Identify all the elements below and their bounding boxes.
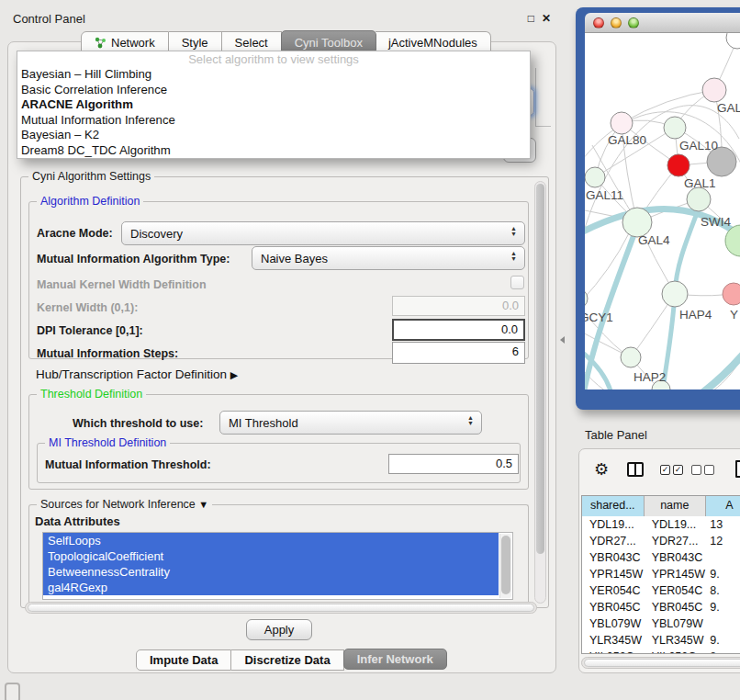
table-row[interactable]: YBR045CYBR045C9. <box>582 599 740 615</box>
control-panel: Control Panel □ ✕ Network Style <box>4 7 558 675</box>
table-row[interactable]: YBR043CYBR043C <box>582 549 740 566</box>
checkbox-empty-icon[interactable] <box>691 465 701 475</box>
algorithm-option[interactable]: Bayesian – K2 <box>17 128 530 143</box>
minimize-window-icon[interactable] <box>611 17 622 28</box>
node-table: shared...nameA YDL19...YDL19...13YDR27..… <box>581 495 740 654</box>
aracne-mode-label: Aracne Mode: <box>37 227 113 240</box>
network-window-titlebar[interactable] <box>585 13 740 33</box>
document-icon[interactable] <box>735 460 740 478</box>
network-node-label: HAP4 <box>679 308 712 322</box>
algorithm-option[interactable]: Bayesian – Hill Climbing <box>17 67 530 83</box>
attribute-item-selected[interactable]: BetweennessCentrality <box>43 564 499 580</box>
network-node[interactable] <box>726 33 740 49</box>
network-node[interactable] <box>702 78 726 102</box>
table-row[interactable]: YPR145WYPR145W9. <box>582 566 740 582</box>
close-window-icon[interactable] <box>593 17 604 28</box>
table-row[interactable]: YBL079WYBL079W <box>582 615 740 632</box>
network-node[interactable] <box>687 187 711 211</box>
checkbox-empty-icon[interactable] <box>704 465 714 475</box>
column-header[interactable]: shared... <box>582 496 645 516</box>
tab-infer-network[interactable]: Infer Network <box>343 649 447 670</box>
algorithm-option[interactable]: ARACNE Algorithm <box>17 97 530 113</box>
kernel-width-field[interactable]: 0.0 <box>392 296 525 316</box>
split-pane-handle[interactable] <box>560 336 565 344</box>
tab-label: jActiveMNodules <box>388 36 477 50</box>
tab-discretize-data[interactable]: Discretize Data <box>231 649 343 671</box>
docked-panel-icon[interactable] <box>5 683 20 700</box>
table-cell: YDR27... <box>582 533 645 549</box>
checkbox-checked-icon[interactable]: ✓ <box>673 465 683 475</box>
expanded-arrow-icon[interactable]: ▼ <box>198 499 208 510</box>
hub-section-toggle[interactable]: Hub/Transcription Factor Definition ▶ <box>36 367 238 381</box>
dpi-tolerance-field[interactable]: 0.0 <box>392 319 525 341</box>
network-node[interactable] <box>667 154 690 176</box>
table-toolbar: ⚙ ✓ ✓ <box>579 458 740 484</box>
table-row[interactable]: YER054CYER054C8. <box>582 582 740 599</box>
table-row[interactable]: YIL052CYIL052C8 <box>582 649 740 654</box>
algorithm-option[interactable]: Dream8 DC_TDC Algorithm <box>17 143 530 159</box>
network-node[interactable] <box>621 347 641 367</box>
attribute-item-selected[interactable]: gal4RGexp <box>43 580 499 595</box>
dpi-tolerance-label: DPI Tolerance [0,1]: <box>37 324 143 337</box>
zoom-window-icon[interactable] <box>628 17 639 28</box>
table-cell: YBL079W <box>582 615 645 632</box>
scrollbar-thumb[interactable] <box>501 536 510 594</box>
table-row[interactable]: YLR345WYLR345W9. <box>582 632 740 649</box>
column-header[interactable]: A <box>706 496 740 516</box>
network-node[interactable] <box>585 288 588 309</box>
mi-threshold-field[interactable]: 0.5 <box>388 454 519 474</box>
network-node-label: GCY1 <box>585 310 613 324</box>
settings-horizontal-scrollbar[interactable] <box>25 602 537 614</box>
network-node-label: Y <box>730 308 738 322</box>
algorithm-definition-title: Algorithm Definition <box>40 195 140 208</box>
collapsed-arrow-icon: ▶ <box>230 369 238 380</box>
table-cell <box>706 549 740 566</box>
mi-type-combobox[interactable]: Naive Bayes ▲▼ <box>252 246 525 270</box>
scrollbar-thumb[interactable] <box>536 184 544 554</box>
network-node[interactable] <box>662 281 688 307</box>
attribute-item-selected[interactable]: TopologicalCoefficient <box>43 548 499 564</box>
network-node-label: GAL7 <box>717 101 740 115</box>
network-node[interactable] <box>664 117 686 139</box>
tab-label: Network <box>111 36 155 50</box>
columns-icon[interactable] <box>627 462 644 477</box>
algorithm-option[interactable]: Mutual Information Inference <box>17 113 530 129</box>
network-node[interactable] <box>723 283 740 305</box>
attribute-item-selected[interactable]: SelfLoops <box>43 533 499 548</box>
network-canvas[interactable]: GAL7GAL80GAL10GAL1GAL11SWI4GAL4HAP4YGCY1… <box>585 33 740 390</box>
tab-impute-data[interactable]: Impute Data <box>136 649 231 671</box>
settings-vertical-scrollbar[interactable] <box>534 181 546 604</box>
table-cell: 9. <box>706 632 740 649</box>
table-horizontal-scrollbar[interactable] <box>581 657 740 669</box>
attribute-list-scrollbar[interactable] <box>499 534 511 598</box>
aracne-mode-combobox[interactable]: Discovery ▲▼ <box>121 221 525 245</box>
control-panel-titlebar: Control Panel □ ✕ <box>4 7 558 29</box>
close-panel-icon[interactable]: ✕ <box>542 12 551 25</box>
table-row[interactable]: YDL19...YDL19...13 <box>582 516 740 533</box>
mi-steps-field[interactable]: 6 <box>392 342 525 364</box>
network-node-label: GAL1 <box>684 176 716 190</box>
network-node[interactable] <box>611 112 633 134</box>
table-row[interactable]: YDR27...YDR27...12 <box>582 533 740 549</box>
algorithm-option[interactable]: Basic Correlation Inference <box>17 83 530 98</box>
algorithm-definition-group: Algorithm Definition Aracne Mode: Discov… <box>28 201 529 359</box>
manual-kernel-checkbox[interactable] <box>510 276 524 289</box>
which-threshold-value: MI Threshold <box>229 416 298 430</box>
apply-button[interactable]: Apply <box>246 619 312 640</box>
table-cell: 8 <box>706 649 740 654</box>
table-header-row: shared...nameA <box>582 496 740 516</box>
table-cell: YDL19... <box>645 516 707 533</box>
scrollbar-thumb[interactable] <box>584 659 740 667</box>
which-threshold-combobox[interactable]: MI Threshold ▲▼ <box>219 411 482 435</box>
network-node[interactable] <box>585 167 605 187</box>
network-node-label: GAL4 <box>638 233 670 247</box>
float-panel-icon[interactable]: □ <box>528 12 534 25</box>
screen: Control Panel □ ✕ Network Style <box>0 0 740 700</box>
bottom-tabs: Impute Data Discretize Data Infer Networ… <box>136 649 446 671</box>
checkbox-checked-icon[interactable]: ✓ <box>660 465 670 475</box>
column-header[interactable]: name <box>645 496 707 516</box>
scrollbar-thumb[interactable] <box>28 604 534 612</box>
table-cell: YBR043C <box>645 549 707 566</box>
network-icon <box>95 37 107 49</box>
gear-icon[interactable]: ⚙ <box>594 459 609 480</box>
